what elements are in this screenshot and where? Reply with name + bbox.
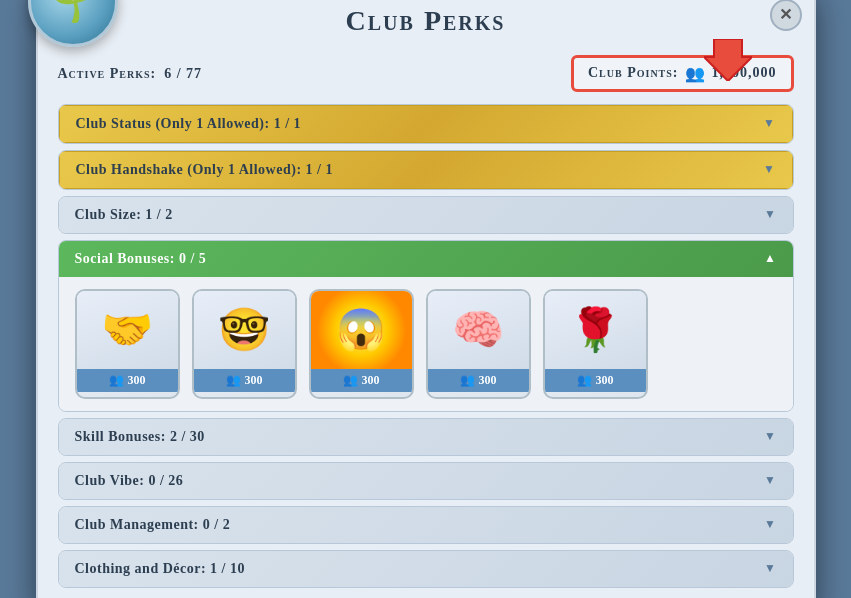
perk-header-club-size[interactable]: Club Size: 1 / 2 ▼ [59,197,793,233]
chevron-up-icon: ▲ [764,251,776,266]
cost-value: 300 [245,373,263,388]
cost-value: 300 [479,373,497,388]
perk-cost-brain: 👥 300 [428,369,529,392]
perk-card-mouth[interactable]: 😱 👥 300 [309,289,414,399]
perk-row-skill-bonuses: Skill Bonuses: 2 / 30 ▼ [58,418,794,456]
active-perks-info: Active Perks: 6 / 77 [58,64,203,82]
perk-label-club-vibe: Club Vibe: 0 / 26 [75,473,184,489]
perk-header-clothing-decor[interactable]: Clothing and Décor: 1 / 10 ▼ [59,551,793,587]
perk-card-brain[interactable]: 🧠 👥 300 [426,289,531,399]
social-bonuses-content: 🤝 👥 300 🤓 👥 300 [59,277,793,411]
club-points-box: Club Points: 👥 1,000,000 [571,55,794,92]
club-points-label: Club Points: [588,65,679,81]
perk-row-club-management: Club Management: 0 / 2 ▼ [58,506,794,544]
people-icon-card: 👥 [343,373,358,388]
red-arrow-indicator [704,39,752,81]
perk-cost-mouth: 👥 300 [311,369,412,392]
perk-header-social-bonuses[interactable]: Social Bonuses: 0 / 5 ▲ [59,241,793,277]
people-icon-card: 👥 [460,373,475,388]
perk-header-club-handshake[interactable]: Club Handshake (Only 1 Allowed): 1 / 1 ▼ [59,151,793,189]
club-perks-modal: 🌱 Club Perks ✕ Active Perks: 6 / 77 Club… [36,0,816,598]
perk-cost-glasses: 👥 300 [194,369,295,392]
chevron-down-icon: ▼ [763,162,775,177]
perk-card-handshake[interactable]: 🤝 👥 300 [75,289,180,399]
rose-image: 🌹 [545,291,646,369]
chevron-down-icon: ▼ [764,561,776,576]
chevron-down-icon: ▼ [764,473,776,488]
active-perks-value: 6 / 77 [164,66,202,81]
perk-cost-rose: 👥 300 [545,369,646,392]
perk-header-club-management[interactable]: Club Management: 0 / 2 ▼ [59,507,793,543]
perk-label-club-handshake: Club Handshake (Only 1 Allowed): 1 / 1 [76,162,333,178]
people-icon-card: 👥 [577,373,592,388]
cost-value: 300 [128,373,146,388]
people-icon-points: 👥 [685,64,706,83]
handshake-image: 🤝 [77,291,178,369]
perk-label-club-management: Club Management: 0 / 2 [75,517,231,533]
cost-value: 300 [362,373,380,388]
perk-row-club-size: Club Size: 1 / 2 ▼ [58,196,794,234]
perk-label-club-size: Club Size: 1 / 2 [75,207,173,223]
perk-cost-handshake: 👥 300 [77,369,178,392]
close-button[interactable]: ✕ [770,0,802,31]
chevron-down-icon: ▼ [764,207,776,222]
perk-row-social-bonuses: Social Bonuses: 0 / 5 ▲ 🤝 👥 300 [58,240,794,412]
chevron-down-icon: ▼ [764,517,776,532]
perk-row-clothing-decor: Clothing and Décor: 1 / 10 ▼ [58,550,794,588]
perk-row-club-handshake: Club Handshake (Only 1 Allowed): 1 / 1 ▼ [58,150,794,190]
perk-header-club-status[interactable]: Club Status (Only 1 Allowed): 1 / 1 ▼ [59,105,793,143]
brain-image: 🧠 [428,291,529,369]
perk-header-skill-bonuses[interactable]: Skill Bonuses: 2 / 30 ▼ [59,419,793,455]
perk-row-club-vibe: Club Vibe: 0 / 26 ▼ [58,462,794,500]
chevron-down-icon: ▼ [763,116,775,131]
modal-title: Club Perks [346,5,506,37]
people-icon-card: 👥 [109,373,124,388]
perk-card-rose[interactable]: 🌹 👥 300 [543,289,648,399]
perks-list: Club Status (Only 1 Allowed): 1 / 1 ▼ Cl… [38,104,814,588]
perk-header-club-vibe[interactable]: Club Vibe: 0 / 26 ▼ [59,463,793,499]
perk-label-clothing-decor: Clothing and Décor: 1 / 10 [75,561,246,577]
perk-label-social-bonuses: Social Bonuses: 0 / 5 [75,251,207,267]
chevron-down-icon: ▼ [764,429,776,444]
perk-card-glasses[interactable]: 🤓 👥 300 [192,289,297,399]
perk-label-club-status: Club Status (Only 1 Allowed): 1 / 1 [76,116,302,132]
stats-bar: Active Perks: 6 / 77 Club Points: 👥 1,00… [38,49,814,104]
active-perks-label: Active Perks: [58,66,157,81]
modal-header: Club Perks ✕ [38,0,814,49]
mouth-image: 😱 [311,291,412,369]
svg-marker-0 [704,39,752,81]
glasses-image: 🤓 [194,291,295,369]
perk-row-club-status: Club Status (Only 1 Allowed): 1 / 1 ▼ [58,104,794,144]
cost-value: 300 [596,373,614,388]
people-icon-card: 👥 [226,373,241,388]
perk-label-skill-bonuses: Skill Bonuses: 2 / 30 [75,429,205,445]
